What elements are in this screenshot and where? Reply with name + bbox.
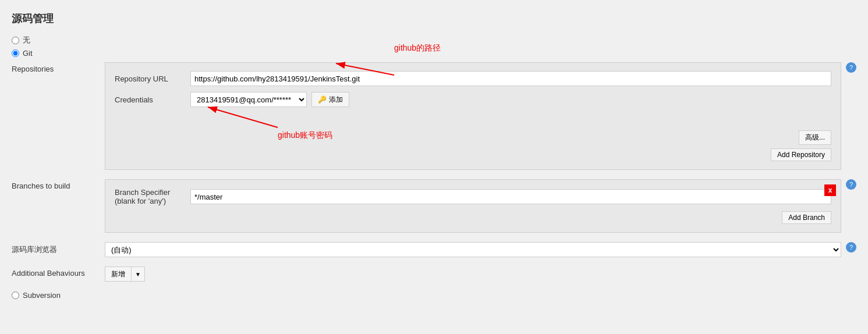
radio-subversion[interactable]: Subversion (12, 291, 856, 300)
chevron-down-icon: ▼ (135, 271, 141, 278)
radio-git-input[interactable] (12, 49, 19, 57)
additional-behaviours-section: Additional Behaviours 新增 ▼ (12, 267, 856, 282)
radio-none-label: 无 (23, 35, 30, 45)
browser-content: (自动) (105, 242, 841, 257)
branches-section: Branches to build x Branch Specifier (bl… (12, 179, 856, 233)
github-path-annotation: github的路径 (394, 43, 441, 54)
remove-branch-button[interactable]: x (824, 184, 836, 196)
additional-behaviours-content: 新增 ▼ (105, 267, 856, 282)
radio-git-label: Git (23, 49, 33, 58)
repo-url-label: Repository URL (115, 74, 190, 83)
radio-subversion-label: Subversion (23, 291, 61, 300)
browser-select[interactable]: (自动) (105, 242, 841, 257)
browser-label: 源码库浏览器 (12, 242, 105, 255)
repositories-label: Repositories (12, 62, 105, 73)
svg-line-3 (208, 107, 278, 127)
branches-box: x Branch Specifier (blank for 'any') Add… (105, 179, 841, 233)
browser-select-wrap: (自动) (105, 242, 841, 257)
new-btn-group: 新增 ▼ (105, 267, 856, 282)
radio-subversion-input[interactable] (12, 292, 19, 299)
radio-none-input[interactable] (12, 37, 19, 44)
advanced-button[interactable]: 高级... (799, 130, 831, 145)
repo-box: Repository URL Credentials 2813419591@qq… (105, 62, 841, 170)
branches-help-icon[interactable]: ? (846, 179, 856, 190)
add-branch-button[interactable]: Add Branch (782, 211, 831, 224)
repositories-help-icon[interactable]: ? (846, 62, 856, 73)
branch-specifier-input[interactable] (190, 189, 831, 204)
repositories-content: Repository URL Credentials 2813419591@qq… (105, 62, 841, 170)
github-credentials-annotation: github账号密码 (278, 130, 332, 141)
branch-specifier-row: Branch Specifier (blank for 'any') (115, 188, 831, 205)
browser-section: 源码库浏览器 (自动) ? (12, 242, 856, 257)
repositories-section: Repositories Repository URL Credentials … (12, 62, 856, 170)
add-repository-button[interactable]: Add Repository (771, 148, 831, 161)
subversion-radio-group: Subversion (12, 291, 856, 300)
annotation-arrow2-svg (161, 93, 336, 151)
branches-label: Branches to build (12, 179, 105, 190)
browser-help-icon[interactable]: ? (846, 242, 856, 253)
additional-behaviours-label: Additional Behaviours (12, 267, 105, 278)
repo-wrapper: Repository URL Credentials 2813419591@qq… (105, 62, 841, 170)
new-behaviour-dropdown-button[interactable]: ▼ (131, 267, 145, 282)
new-behaviour-button[interactable]: 新增 (105, 267, 131, 282)
add-branch-row: Add Branch (115, 211, 831, 224)
branches-content: x Branch Specifier (blank for 'any') Add… (105, 179, 841, 233)
svg-line-0 (336, 63, 394, 75)
branch-specifier-label: Branch Specifier (blank for 'any') (115, 188, 190, 205)
page-title: 源码管理 (12, 12, 856, 26)
